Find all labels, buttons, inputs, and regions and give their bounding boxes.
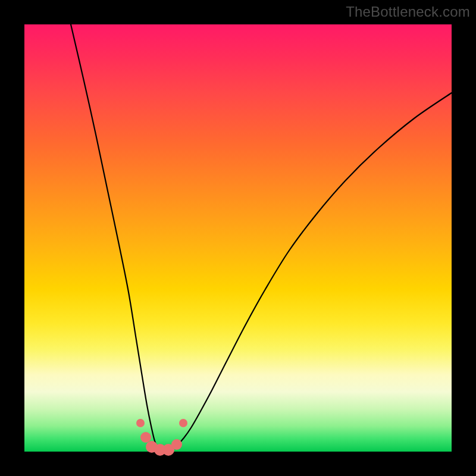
curve-marker [136,419,145,427]
curve-marker [140,432,151,443]
curve-svg [24,24,452,452]
watermark-text: TheBottleneck.com [346,4,470,20]
chart-frame: TheBottleneck.com [0,0,476,476]
curve-marker [179,419,187,427]
plot-area [24,24,452,452]
curve-marker [171,439,182,450]
curve-markers [136,419,187,456]
bottleneck-curve [71,24,452,450]
